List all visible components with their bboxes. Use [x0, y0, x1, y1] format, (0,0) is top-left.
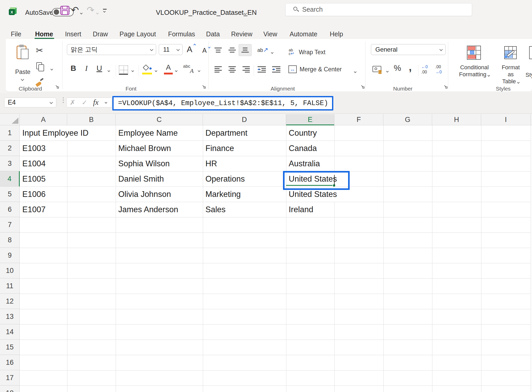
title-chevron-icon[interactable]	[244, 11, 246, 16]
formula-bar-grip-icon[interactable]: ⋮	[60, 96, 67, 104]
font-dialog-launcher-icon[interactable]	[202, 85, 206, 89]
align-center-icon[interactable]	[228, 66, 236, 74]
tab-data[interactable]: Data	[206, 29, 220, 39]
merge-center-chevron-icon[interactable]	[354, 69, 356, 74]
tab-help[interactable]: Help	[330, 29, 343, 39]
alignment-dialog-launcher-icon[interactable]	[361, 85, 365, 89]
borders-chevron-icon[interactable]	[132, 68, 134, 73]
tab-formulas[interactable]: Formulas	[168, 29, 195, 39]
row-header-2[interactable]: 2	[0, 141, 20, 156]
column-header-F[interactable]: F	[334, 114, 383, 125]
cell-E3[interactable]: Australia	[289, 156, 320, 171]
underline-chevron-icon[interactable]	[108, 68, 110, 73]
row-header-8[interactable]: 8	[0, 232, 20, 248]
cut-icon[interactable]: ✂	[36, 45, 43, 56]
row-header-7[interactable]: 7	[0, 217, 20, 232]
tab-review[interactable]: Review	[231, 29, 252, 39]
row-header-18[interactable]: 18	[0, 386, 20, 392]
insert-function-icon[interactable]: fx	[93, 98, 99, 107]
cancel-icon[interactable]: ✗	[70, 99, 75, 107]
copy-icon[interactable]	[36, 62, 45, 72]
select-all-corner[interactable]	[0, 114, 20, 125]
column-header-H[interactable]: H	[432, 114, 481, 125]
cell-C5[interactable]: Olivia Johnson	[118, 187, 171, 202]
orientation-icon[interactable]: ab↗	[257, 46, 268, 53]
cell-A3[interactable]: E1004	[22, 156, 46, 171]
column-header-E[interactable]: E	[286, 114, 334, 125]
excel-logo-icon[interactable]: X	[9, 7, 17, 16]
number-format-select[interactable]: General	[371, 44, 446, 55]
tab-view[interactable]: View	[263, 29, 277, 39]
increase-decimal-button[interactable]: ←0.00	[421, 64, 433, 75]
cell-E2[interactable]: Canada	[289, 141, 317, 156]
cell-styles-button-partial[interactable]: Sty	[526, 72, 532, 78]
search-box[interactable]	[285, 3, 472, 16]
name-box[interactable]: E4	[4, 98, 56, 107]
formula-input[interactable]: =VLOOKUP($A$4, Employee_List!$A$2:$E$11,…	[118, 99, 328, 107]
tab-draw[interactable]: Draw	[93, 29, 108, 39]
enter-icon[interactable]: ✓	[82, 99, 87, 107]
format-as-table-button[interactable]: Format as Table	[500, 64, 521, 85]
cell-C4[interactable]: Daniel Smith	[118, 171, 164, 187]
quick-access-customize-icon[interactable]	[102, 8, 108, 13]
column-header-G[interactable]: G	[383, 114, 432, 125]
tab-automate[interactable]: Automate	[289, 29, 317, 39]
row-header-5[interactable]: 5	[0, 187, 20, 202]
tab-insert[interactable]: Insert	[65, 29, 81, 39]
cell-D2[interactable]: Finance	[205, 141, 234, 156]
cell-C2[interactable]: Michael Brown	[118, 141, 171, 156]
fill-color-chevron-icon[interactable]	[155, 68, 157, 73]
row-header-12[interactable]: 12	[0, 294, 20, 309]
undo-chevron-icon[interactable]	[80, 10, 82, 15]
tab-page-layout[interactable]: Page Layout	[120, 29, 156, 39]
cell-C6[interactable]: James Anderson	[118, 202, 178, 217]
accounting-chevron-icon[interactable]	[386, 68, 388, 73]
merge-center-button[interactable]: Merge & Center	[300, 66, 342, 73]
paste-chevron-icon[interactable]	[21, 77, 24, 81]
cell-A1[interactable]: Input Employee ID	[22, 125, 88, 141]
row-header-16[interactable]: 16	[0, 355, 20, 370]
middle-align-icon[interactable]	[228, 47, 236, 54]
underline-button[interactable]: U	[96, 64, 102, 73]
tab-file[interactable]: File	[11, 29, 21, 39]
cell-C3[interactable]: Sophia Wilson	[118, 156, 170, 171]
row-header-9[interactable]: 9	[0, 248, 20, 263]
row-header-10[interactable]: 10	[0, 263, 20, 278]
align-left-icon[interactable]	[214, 66, 222, 74]
row-header-15[interactable]: 15	[0, 340, 20, 355]
paste-icon[interactable]	[17, 45, 29, 60]
column-header-A[interactable]: A	[20, 114, 67, 125]
clipboard-dialog-launcher-icon[interactable]	[55, 85, 59, 89]
cell-D6[interactable]: Sales	[205, 202, 226, 217]
workbook-title[interactable]: VLOOKUP_Practice_Dataset_EN	[156, 9, 257, 17]
merge-center-icon[interactable]: ↔	[288, 65, 297, 73]
tab-home[interactable]: Home	[35, 29, 53, 39]
cell-A5[interactable]: E1006	[22, 187, 46, 202]
font-color-chevron-icon[interactable]	[175, 68, 177, 73]
row-header-14[interactable]: 14	[0, 324, 20, 340]
number-dialog-launcher-icon[interactable]	[444, 85, 448, 89]
phonetic-chevron-icon[interactable]	[198, 68, 200, 73]
bold-button[interactable]: B	[71, 64, 76, 73]
comma-style-button[interactable]: ,	[409, 61, 412, 73]
cell-A2[interactable]: E1003	[22, 141, 46, 156]
wrap-text-icon[interactable]: abc↵	[289, 48, 298, 57]
phonetic-guide-icon[interactable]: abc A	[183, 64, 196, 75]
save-icon[interactable]	[60, 5, 70, 16]
cell-styles-icon[interactable]	[529, 46, 532, 59]
bottom-align-icon[interactable]	[241, 47, 249, 54]
font-name-select[interactable]: 맑은 고딕	[67, 44, 156, 55]
row-header-6[interactable]: 6	[0, 202, 20, 217]
column-header-D[interactable]: D	[203, 114, 286, 125]
row-header-4[interactable]: 4	[0, 171, 20, 187]
font-color-icon[interactable]: A	[164, 63, 173, 75]
row-header-1[interactable]: 1	[0, 125, 20, 141]
decrease-indent-icon[interactable]	[257, 66, 266, 74]
borders-icon[interactable]	[119, 65, 128, 75]
percent-style-button[interactable]: %	[394, 63, 401, 73]
row-header-3[interactable]: 3	[0, 156, 20, 171]
font-size-select[interactable]: 11	[159, 44, 183, 55]
increase-font-size-button[interactable]: A	[187, 45, 192, 54]
column-header-I[interactable]: I	[481, 114, 531, 125]
copy-chevron-icon[interactable]	[51, 66, 53, 71]
